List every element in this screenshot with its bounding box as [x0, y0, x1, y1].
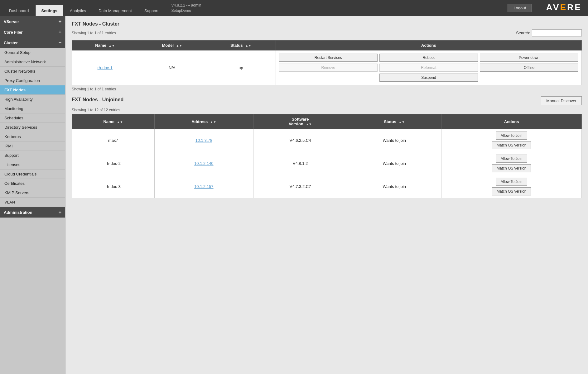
sidebar-item-kmip-servers[interactable]: KMIP Servers [0, 188, 65, 198]
col-name: Name ▲▼ [72, 41, 138, 50]
sidebar-item-proxy-config[interactable]: Proxy Configuration [0, 76, 65, 85]
ucol-name: Name ▲▼ [72, 114, 155, 129]
unode-name-2: rh-doc-2 [72, 152, 155, 175]
unjoined-showing: Showing 1 to 12 of 12 entries [72, 108, 582, 112]
sidebar-item-admin-network[interactable]: Administrative Network [0, 57, 65, 67]
cluster-showing-bottom: Showing 1 to 1 of 1 entries [72, 87, 582, 91]
sidebar-item-fxt-nodes[interactable]: FXT Nodes [0, 85, 65, 95]
unode-address-3[interactable]: 10.1.2.157 [154, 175, 253, 198]
ustatus-sort-icon[interactable]: ▲▼ [399, 120, 405, 124]
unode-address-1[interactable]: 10.1.3.78 [154, 129, 253, 152]
table-row: max7 10.1.3.78 V4.6.2.5.C4 Wants to join… [72, 129, 582, 152]
vserver-expand-icon: + [59, 19, 61, 24]
match-os-button-2[interactable]: Match OS version [492, 164, 531, 172]
setup-text: SetupDemo [171, 8, 201, 13]
unode-actions-3: Allow To Join Match OS version [441, 175, 582, 198]
sidebar-item-vlan[interactable]: VLAN [0, 198, 65, 207]
logo: AVERE [546, 2, 582, 12]
match-os-button-3[interactable]: Match OS version [492, 187, 531, 195]
unjoined-table: Name ▲▼ Address ▲▼ SoftwareVersion ▲▼ St… [72, 114, 582, 198]
name-sort-icon[interactable]: ▲▼ [108, 44, 115, 47]
cluster-label: Cluster [4, 41, 18, 45]
sidebar-section-cluster[interactable]: Cluster − [0, 37, 65, 48]
cluster-table: Name ▲▼ Model ▲▼ Status ▲▼ Actions rh-do… [72, 40, 582, 85]
tab-data-management[interactable]: Data Management [93, 5, 138, 16]
administration-label: Administration [4, 210, 32, 215]
unode-version-3: V4.7.3.2.C7 [253, 175, 347, 198]
nav-tabs: Dashboard Settings Analytics Data Manage… [3, 0, 165, 16]
unode-status-2: Wants to join [347, 152, 441, 175]
unjoined-section-title: FXT Nodes - Unjoined [72, 97, 123, 103]
sidebar-section-core-filer[interactable]: Core Filer + [0, 27, 65, 37]
reformat-button[interactable]: Reformat [379, 64, 478, 72]
cluster-collapse-icon: − [59, 40, 61, 46]
ucol-address: Address ▲▼ [154, 114, 253, 129]
col-status: Status ▲▼ [206, 41, 276, 50]
sidebar: VServer + Core Filer + Cluster − General… [0, 16, 65, 374]
logout-button[interactable]: Logout [508, 4, 532, 12]
cluster-section: FXT Nodes - Cluster Showing 1 to 1 of 1 … [72, 21, 582, 91]
allow-join-button-2[interactable]: Allow To Join [496, 155, 527, 163]
tab-analytics[interactable]: Analytics [64, 5, 92, 16]
power-down-button[interactable]: Power down [480, 54, 578, 62]
search-bar: Search: [516, 29, 582, 36]
search-input[interactable] [532, 29, 582, 36]
software-sort-icon[interactable]: ▲▼ [306, 122, 312, 126]
allow-join-button-1[interactable]: Allow To Join [496, 132, 527, 140]
unode-version-2: V4.8.1.2 [253, 152, 347, 175]
sidebar-item-high-availability[interactable]: High Availability [0, 95, 65, 104]
tab-support[interactable]: Support [138, 5, 165, 16]
sidebar-item-directory-services[interactable]: Directory Services [0, 123, 65, 132]
tab-settings[interactable]: Settings [36, 5, 63, 16]
col-model: Model ▲▼ [138, 41, 206, 50]
main-content: FXT Nodes - Cluster Showing 1 to 1 of 1 … [65, 16, 588, 374]
tab-dashboard[interactable]: Dashboard [3, 5, 35, 16]
sidebar-item-certificates[interactable]: Certificates [0, 179, 65, 188]
ucol-actions: Actions [441, 114, 582, 129]
sidebar-item-monitoring[interactable]: Monitoring [0, 104, 65, 113]
ucol-status: Status ▲▼ [347, 114, 441, 129]
cluster-section-title: FXT Nodes - Cluster [72, 21, 582, 27]
sidebar-item-licenses[interactable]: Licenses [0, 160, 65, 170]
allow-join-button-3[interactable]: Allow To Join [496, 178, 527, 186]
sidebar-item-cloud-credentials[interactable]: Cloud Credentials [0, 170, 65, 179]
unode-name-3: rh-doc-3 [72, 175, 155, 198]
node-actions-cell: Restart Services Reboot Power down Remov… [276, 50, 581, 85]
core-filer-label: Core Filer [4, 30, 23, 35]
unode-actions-1: Allow To Join Match OS version [441, 129, 582, 152]
offline-button[interactable]: Offline [480, 64, 578, 72]
sidebar-item-ipmi[interactable]: IPMI [0, 141, 65, 151]
table-row: rh-doc-3 10.1.2.157 V4.7.3.2.C7 Wants to… [72, 175, 582, 198]
ucol-software: SoftwareVersion ▲▼ [253, 114, 347, 129]
suspend-button[interactable]: Suspend [379, 74, 478, 82]
sidebar-section-vserver[interactable]: VServer + [0, 16, 65, 27]
unode-status-1: Wants to join [347, 129, 441, 152]
vserver-label: VServer [4, 19, 19, 24]
cluster-showing-top: Showing 1 to 1 of 1 entries [72, 31, 116, 35]
reboot-button[interactable]: Reboot [379, 54, 478, 62]
unode-address-2[interactable]: 10.1.2.140 [154, 152, 253, 175]
sidebar-item-cluster-networks[interactable]: Cluster Networks [0, 67, 65, 76]
model-sort-icon[interactable]: ▲▼ [176, 44, 182, 47]
unode-actions-2: Allow To Join Match OS version [441, 152, 582, 175]
manual-discover-button[interactable]: Manual Discover [541, 96, 582, 105]
remove-button[interactable]: Remove [279, 64, 378, 72]
sidebar-item-kerberos[interactable]: Kerberos [0, 132, 65, 141]
node-name[interactable]: rh-doc-1 [72, 50, 138, 85]
sidebar-item-general-setup[interactable]: General Setup [0, 48, 65, 57]
search-label: Search: [516, 31, 530, 35]
col-actions: Actions [276, 41, 581, 50]
address-sort-icon[interactable]: ▲▼ [210, 120, 216, 124]
node-model: N/A [138, 50, 206, 85]
unode-name-1: max7 [72, 129, 155, 152]
version-text: V4.8.2.2 --- admin [171, 3, 201, 8]
restart-services-button[interactable]: Restart Services [279, 54, 378, 62]
sidebar-section-administration[interactable]: Administration + [0, 207, 65, 218]
status-sort-icon[interactable]: ▲▼ [245, 44, 251, 47]
uname-sort-icon[interactable]: ▲▼ [117, 120, 123, 124]
version-info: V4.8.2.2 --- admin SetupDemo [171, 3, 201, 13]
sidebar-item-schedules[interactable]: Schedules [0, 113, 65, 123]
match-os-button-1[interactable]: Match OS version [492, 141, 531, 149]
unjoined-section: FXT Nodes - Unjoined Manual Discover Sho… [72, 96, 582, 198]
sidebar-item-support[interactable]: Support [0, 151, 65, 160]
